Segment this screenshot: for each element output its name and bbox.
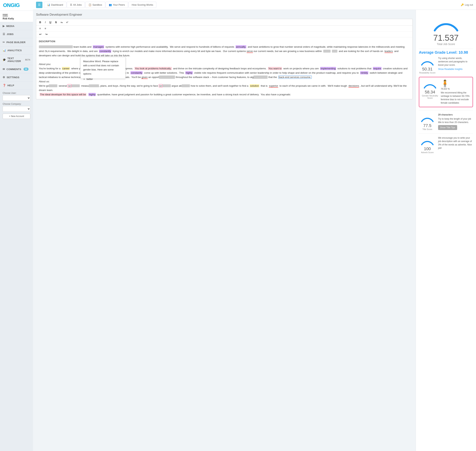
gender-label: Gender Neutrality Score bbox=[422, 94, 438, 99]
sidebar-item-help[interactable]: ❓ HELP bbox=[0, 81, 33, 89]
tab-label-sandbox: Sandbox bbox=[92, 3, 102, 6]
underline-button[interactable]: U bbox=[48, 20, 52, 24]
logo: ONGIG bbox=[3, 2, 20, 8]
tooltip-options: better bbox=[83, 77, 123, 81]
adverb-gauge bbox=[420, 136, 435, 146]
unordered-list-button[interactable]: ≡ bbox=[38, 26, 42, 31]
topbar: ☰ 📊Dashboard☰All Jobs📋Sandbox👥Your Peers… bbox=[33, 0, 476, 10]
adverb-score-area: 100 Adverb Score bbox=[419, 136, 436, 154]
strikethrough-button[interactable]: S bbox=[54, 20, 58, 24]
comments-badge: 59 bbox=[24, 68, 29, 71]
editor-box[interactable]: B I U S x₂ x² ≡ ≡ ↩ ↪ DESCRIPTION bbox=[36, 19, 413, 99]
avatar: image bbox=[3, 14, 8, 17]
nav-icon-settings: ⚙ bbox=[3, 76, 5, 79]
title-chars: 29 characters bbox=[438, 113, 473, 116]
tab-sandbox[interactable]: 📋Sandbox bbox=[85, 2, 105, 8]
sidebar-item-media[interactable]: ▶ MEDIA bbox=[0, 22, 33, 30]
sidebar-item-settings[interactable]: ⚙ SETTINGS bbox=[0, 73, 33, 81]
nav-icon-text-analyzer: 🎓 bbox=[3, 58, 6, 61]
tab-all-jobs[interactable]: ☰All Jobs bbox=[67, 2, 85, 8]
title-gauge bbox=[420, 113, 435, 122]
editor-toolbar: B I U S x₂ x² bbox=[36, 19, 412, 26]
readability-gauge bbox=[420, 56, 435, 66]
sidebar-label-jobs: JOBS bbox=[6, 33, 13, 36]
superscript-button[interactable]: x² bbox=[65, 20, 69, 24]
bold-button[interactable]: B bbox=[38, 20, 42, 24]
tab-icon-your-peers: 👥 bbox=[109, 3, 112, 6]
sidebar-label-comments: COMMENTS bbox=[6, 68, 21, 71]
tab-label-all-jobs: All Jobs bbox=[73, 3, 82, 6]
sidebar-item-jobs[interactable]: ☰ JOBS bbox=[0, 30, 33, 38]
paragraph-4: The ideal developer for this space will … bbox=[39, 93, 410, 97]
gender-percent: 70.83 % bbox=[441, 88, 470, 90]
gender-gauge bbox=[422, 80, 437, 89]
tab-icon-dashboard: 📊 bbox=[47, 3, 50, 6]
sidebar-item-analytics[interactable]: 📊 ANALYTICS bbox=[0, 46, 33, 54]
sidebar-item-text-analyzer[interactable]: 🎓 TEXT ANALYZER beta bbox=[0, 54, 33, 65]
total-score-gauge bbox=[431, 13, 461, 32]
readability-hint: Try using shorter words, sentences and p… bbox=[438, 56, 473, 71]
readability-score: 50.31 bbox=[419, 67, 436, 72]
redo-button[interactable]: ↪ bbox=[44, 32, 49, 36]
italic-button[interactable]: I bbox=[44, 20, 47, 24]
editor-panel: Software Development Engineer B I U S x₂… bbox=[33, 10, 416, 451]
logout-icon: 🔑 bbox=[461, 3, 464, 6]
gender-score-right: 🧍 70.83 % We recommend tilting the verbi… bbox=[441, 80, 470, 105]
sidebar-item-page-builder[interactable]: ✂ PAGE BUILDER bbox=[0, 38, 33, 46]
toolbar-row-3: ↩ ↪ bbox=[36, 31, 412, 37]
avg-grade: Average Grade Level: 10.98 bbox=[419, 50, 473, 55]
show-insights-link[interactable]: Show Readable Insights bbox=[438, 68, 473, 71]
ordered-list-button[interactable]: ≡ bbox=[43, 26, 47, 31]
undo-button[interactable]: ↩ bbox=[38, 32, 43, 36]
scores-panel: 71.537 Total Job Score Average Grade Lev… bbox=[416, 10, 476, 451]
tab-how-scoring-works[interactable]: How Scoring Works bbox=[129, 2, 156, 8]
sidebar-label-settings: SETTINGS bbox=[6, 76, 19, 79]
main-content: ☰ 📊Dashboard☰All Jobs📋Sandbox👥Your Peers… bbox=[33, 0, 476, 451]
user-profile[interactable]: image Rob Kelly bbox=[0, 11, 33, 22]
sidebar-label-media: MEDIA bbox=[6, 25, 14, 27]
tooltip-option[interactable]: better bbox=[87, 77, 123, 81]
nav-icon-help: ❓ bbox=[3, 84, 6, 87]
nav-icon-analytics: 📊 bbox=[3, 49, 6, 52]
toolbar-row-2: ≡ ≡ bbox=[36, 26, 412, 31]
tooltip-trigger[interactable]: se bbox=[68, 84, 71, 88]
gender-score: 58.34 bbox=[422, 90, 438, 94]
nav-icon-jobs: ☰ bbox=[3, 33, 5, 36]
subscript-button[interactable]: x₂ bbox=[59, 20, 64, 24]
adverb-score-row: 100 Adverb Score We encourage you to wri… bbox=[419, 133, 473, 154]
nav-tabs: 📊Dashboard☰All Jobs📋Sandbox👥Your PeersHo… bbox=[44, 2, 156, 8]
show-title-tips-button[interactable]: Show Title Tips bbox=[438, 125, 457, 130]
title-score-area: 77.5 Title Score bbox=[419, 113, 436, 130]
adverb-score: 100 bbox=[419, 146, 436, 151]
description-label: DESCRIPTION bbox=[39, 40, 410, 43]
choose-user-select[interactable] bbox=[3, 95, 30, 101]
sidebar-label-page-builder: PAGE BUILDER bbox=[6, 41, 26, 44]
logout-area[interactable]: 🔑 Log out bbox=[461, 3, 473, 6]
sidebar-label-help: HELP bbox=[7, 84, 14, 87]
page-title: Software Development Engineer bbox=[36, 13, 413, 17]
sidebar-nav: ▶ MEDIA ☰ JOBS ✂ PAGE BUILDER 📊 ANALYTIC… bbox=[0, 22, 33, 89]
sidebar-item-comments[interactable]: ✉ COMMENTS 59 bbox=[0, 65, 33, 73]
title-hint: Try to keep the length of your job title… bbox=[438, 117, 473, 124]
tooltip-box: Masculine Word. Please replace with a wo… bbox=[80, 57, 126, 79]
tab-dashboard[interactable]: 📊Dashboard bbox=[44, 2, 66, 8]
total-score-label: Total Job Score bbox=[419, 43, 473, 46]
logout-label[interactable]: Log out bbox=[465, 3, 473, 6]
tab-your-peers[interactable]: 👥Your Peers bbox=[106, 2, 128, 8]
choose-company-select[interactable] bbox=[3, 106, 30, 112]
editor-content[interactable]: DESCRIPTION ██████ ████████ ████ team bu… bbox=[36, 37, 412, 99]
choose-company-label: Choose Company: bbox=[3, 103, 30, 105]
logo-area: ONGIG bbox=[0, 0, 33, 11]
hamburger-button[interactable]: ☰ bbox=[36, 2, 42, 8]
adverb-hint: We encourage you to write your job descr… bbox=[438, 136, 473, 150]
tab-icon-all-jobs: ☰ bbox=[70, 3, 72, 6]
tooltip-area: About us: We're go████ several se████ me… bbox=[39, 80, 410, 93]
total-score-number: 71.537 bbox=[419, 33, 473, 43]
nav-icon-media: ▶ bbox=[3, 25, 5, 27]
title-score: 77.5 bbox=[419, 123, 436, 128]
tab-label-how-scoring-works: How Scoring Works bbox=[132, 3, 153, 6]
topbar-left: ☰ 📊Dashboard☰All Jobs📋Sandbox👥Your Peers… bbox=[36, 2, 156, 8]
user-name: Rob Kelly bbox=[3, 17, 30, 20]
new-account-button[interactable]: + New Account bbox=[3, 114, 30, 119]
tab-icon-sandbox: 📋 bbox=[89, 3, 91, 6]
